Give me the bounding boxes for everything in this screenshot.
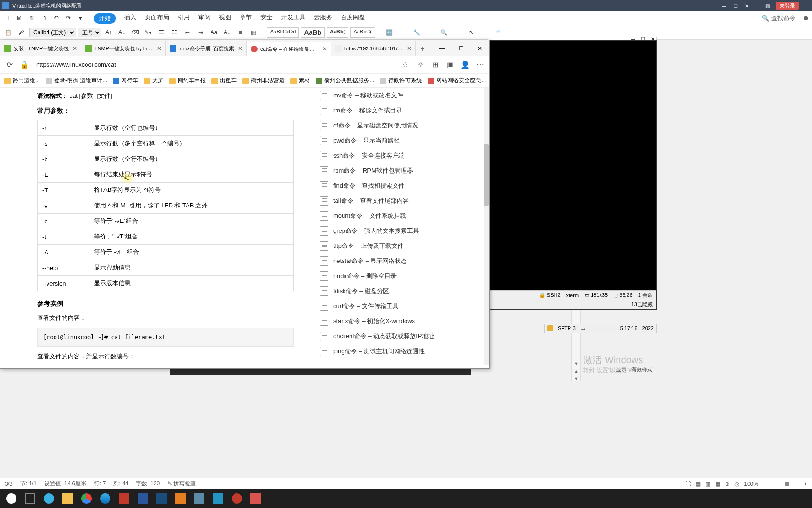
indent-right-icon[interactable]: ⇥ [195,27,206,38]
indent-left-icon[interactable]: ⇤ [182,27,193,38]
app-icon-2[interactable] [191,491,208,506]
page-indicator[interactable]: 3/3 [5,481,13,487]
view-web-icon[interactable]: ▦ [715,481,720,487]
undo-icon[interactable]: ↶ [52,14,60,23]
app-icon-3[interactable] [210,491,226,506]
number-icon[interactable]: ☷ [169,27,180,38]
style-gallery[interactable]: AaBbCcDd AaBb AaBb( AaBbC( [267,27,375,38]
ie-icon[interactable] [40,491,57,506]
bookmark-item[interactable]: 路与运维... [4,77,40,85]
minimize-icon[interactable]: — [719,2,729,9]
save-icon-2[interactable]: 🗎 [15,14,23,23]
menu-review[interactable]: 审阅 [198,13,211,24]
menu-layout[interactable]: 页面布局 [145,13,169,24]
tab-close-icon[interactable]: ✕ [407,45,412,52]
profile-icon[interactable]: 👤 [460,60,470,70]
tab-close-icon[interactable]: ✕ [157,45,162,52]
related-command-link[interactable]: rmdir命令 – 删除空目录 [320,269,480,284]
zoom-icon[interactable]: 🔍 [439,27,449,38]
bookmark-item[interactable]: 网约车申报 [169,77,206,85]
bookmark-item[interactable]: 大屏 [144,77,164,85]
start-button[interactable] [3,491,20,506]
related-command-link[interactable]: curl命令 – 文件传输工具 [320,299,480,314]
page-up-icon[interactable]: ▲ [572,367,580,375]
wps-search[interactable]: 🔍 查找命令 ⏺ [762,14,809,23]
related-command-link[interactable]: tftp命令 – 上传及下载文件 [320,238,480,254]
paste-icon[interactable]: 📋 [3,27,13,38]
record-icon[interactable] [228,491,245,506]
related-command-link[interactable]: fdisk命令 – 磁盘分区 [320,284,480,299]
page-down-icon[interactable]: ▼ [572,375,580,382]
char-count[interactable]: 字数: 120 [136,480,160,488]
maximize-icon[interactable]: ☐ [731,2,740,9]
tab-lnmp-install[interactable]: 安装 - LNMP一键安装包 ✕ [0,41,81,56]
menu-security[interactable]: 安全 [260,13,273,24]
vbox-icon[interactable] [153,491,170,506]
preview-icon[interactable]: 🗋 [39,14,48,23]
related-command-link[interactable]: tail命令 – 查看文件尾部内容 [320,193,480,208]
bookmark-item[interactable]: 衢州非法营运 [242,77,285,85]
chrome-icon[interactable] [78,491,95,506]
tab-close-icon[interactable]: ✕ [72,45,77,52]
font-name-select[interactable]: Calibri (正文) [29,28,76,37]
scrollbar-thumb[interactable] [484,144,489,206]
tab-cat-command[interactable]: cat命令 – 在终端设备上显示 ✕ [247,42,331,56]
related-command-link[interactable]: rm命令 – 移除文件或目录 [320,103,480,118]
tab-baidu-search[interactable]: linux命令手册_百度搜索 ✕ [166,41,247,56]
style-h3[interactable]: AaBbC( [350,27,375,38]
bookmark-item[interactable]: 登录-明御 运维审计... [46,77,107,85]
spell-check[interactable]: ✎ 拼写检查 [167,480,196,488]
view-outline-icon[interactable]: ▥ [705,481,710,487]
menu-view[interactable]: 视图 [219,13,231,24]
section-indicator[interactable]: 节: 1/1 [20,480,37,488]
col-indicator[interactable]: 列: 44 [113,480,128,488]
zoom-in-icon[interactable]: + [804,481,807,487]
bookmark-item[interactable]: 衢州公共数据服务... [316,77,374,85]
lock-icon[interactable]: 🔒 [19,60,30,70]
save-icon[interactable]: ☐ [3,14,11,23]
menu-ref[interactable]: 引用 [178,13,190,24]
url-input[interactable] [34,59,395,70]
split-icon[interactable]: ▥ [763,2,772,9]
case-icon[interactable]: Aa [209,27,219,38]
related-command-link[interactable]: startx命令 – 初始化X-windows [320,314,480,329]
star-icon[interactable]: ☆ [400,60,410,70]
find-icon[interactable]: 🔤 [384,27,395,38]
bookmark-item[interactable]: 网行车 [113,77,138,85]
bookmark-item[interactable]: 出租车 [211,77,237,85]
highlight-icon[interactable]: ✎▾ [143,27,153,38]
related-command-link[interactable]: find命令 – 查找和搜索文件 [320,178,480,193]
related-command-link[interactable]: mv命令 – 移动或改名文件 [320,88,480,103]
zoom-value[interactable]: 100% [744,481,758,487]
bullet-icon[interactable]: ☰ [156,27,166,38]
tool-icon[interactable]: 🔧 [412,27,422,38]
zoom-slider[interactable] [771,484,799,484]
terminal-window[interactable]: 🔒 SSH2 xterm ▭ 181x35 ⬚ 35,26 1 会话 13已隐藏 [488,40,657,310]
view-read-icon[interactable]: ⊕ [725,481,730,487]
bookmark-item[interactable]: 网站网络安全应急... [428,77,486,85]
app-orange-icon[interactable] [172,491,189,506]
menu-icon[interactable]: ⋯ [475,60,485,70]
new-tab-button[interactable]: + [416,42,429,56]
menu-insert[interactable]: 插入 [124,13,136,24]
extension-icon[interactable]: ▣ [445,60,455,70]
menu-section[interactable]: 章节 [240,13,252,24]
line-indicator[interactable]: 行: 7 [94,480,106,488]
bookmark-item[interactable]: 素材 [290,77,310,85]
app-icon-4[interactable] [247,491,264,506]
line-height-icon[interactable]: ≡ [235,27,245,38]
app-red-icon[interactable] [116,491,133,506]
mic-icon[interactable]: ⏺ [803,15,809,22]
task-view-icon[interactable] [22,491,39,506]
bookmark-item[interactable]: 行政许可系统 [380,77,422,85]
more-icon[interactable]: ⋯ [801,2,810,9]
related-command-link[interactable]: rpm命令 – RPM软件包管理器 [320,163,480,178]
font-size-select[interactable]: 五号 [78,28,102,37]
menu-baidu[interactable]: 百度网盘 [341,13,365,24]
browser-close-icon[interactable]: ✕ [470,41,489,56]
tab-close-icon[interactable]: ✕ [238,45,242,52]
table-icon[interactable]: ▦ [248,27,258,38]
collections-icon[interactable]: ⊞ [430,60,440,70]
related-command-link[interactable]: dhclient命令 – 动态获取或释放IP地址 [320,329,480,344]
setting-indicator[interactable]: 设置值: 14.6厘米 [44,480,86,488]
